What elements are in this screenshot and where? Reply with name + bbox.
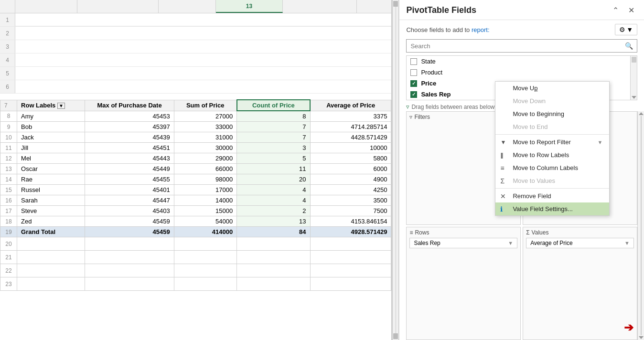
report-link[interactable]: report: (472, 26, 490, 33)
row-label: Grand Total (17, 227, 85, 237)
values-zone-title: Σ Values (526, 229, 634, 236)
row-label: Steve (17, 206, 85, 216)
table-row: 15Russel454011700044250 (0, 185, 391, 195)
panel-header-icons: ⌃ ✕ (610, 5, 637, 16)
values-chip-dropdown-icon[interactable]: ▼ (624, 240, 630, 246)
values-chip-avg-price[interactable]: Average of Price ▼ (526, 238, 634, 248)
row-label: Zed (17, 216, 85, 227)
max-purchase-date: 45453 (85, 111, 174, 122)
col-sum-price[interactable]: Sum of Price (174, 100, 236, 111)
count-price: 5 (237, 153, 310, 164)
table-row: 10Jack454393100074428.571429 (0, 132, 391, 143)
filters-label: Filters (414, 114, 430, 120)
row-number: 9 (0, 122, 17, 132)
count-price: 84 (237, 227, 310, 237)
avg-price: 4250 (310, 185, 391, 195)
drag-area-text: Drag fields between areas below: (411, 104, 496, 110)
row-label: Jill (17, 143, 85, 153)
ctx-move-end-label: Move to End (513, 123, 547, 130)
ctx-remove-field[interactable]: ✕ Remove Field (495, 190, 609, 202)
avg-price: 3375 (310, 111, 391, 122)
table-row: 12Mel454432900055800 (0, 153, 391, 164)
avg-price: 4428.571429 (310, 132, 391, 143)
drag-zone-values: Σ Values Average of Price ▼ (523, 227, 637, 340)
table-row: 13Oscar4544966000116000 (0, 164, 391, 174)
row-number: 19 (0, 227, 17, 237)
col-max-purchase-date[interactable]: Max of Purchase Date (85, 100, 174, 111)
rows-chip-label: Sales Rep (414, 240, 440, 246)
field-checkbox-sales-rep[interactable] (410, 91, 417, 98)
gear-settings-button[interactable]: ⚙ ▼ (615, 24, 637, 35)
count-price: 2 (237, 206, 310, 216)
pivot-fields-panel: PivotTable Fields ⌃ ✕ Choose fields to a… (399, 0, 644, 340)
rows-zone-title: ≡ Rows (409, 229, 517, 236)
filter-zone-icon: ▿ (409, 114, 412, 120)
ctx-values-icon: Σ (500, 177, 504, 185)
row-number: 14 (0, 174, 17, 185)
fields-list-scrollbar[interactable] (630, 56, 637, 100)
field-label-product: Product (421, 69, 442, 76)
field-label-price: Price (421, 80, 436, 87)
max-purchase-date: 45447 (85, 195, 174, 206)
search-input[interactable] (407, 40, 621, 52)
avg-price: 7500 (310, 206, 391, 216)
avg-price: 4714.285714 (310, 122, 391, 132)
ctx-move-up[interactable]: Move Up (495, 82, 609, 95)
max-purchase-date: 45397 (85, 122, 174, 132)
field-checkbox-price[interactable] (410, 80, 417, 87)
ctx-move-down-label: Move Down (513, 97, 546, 105)
spreadsheet-scrollbar[interactable] (392, 0, 399, 340)
max-purchase-date: 45459 (85, 227, 174, 237)
count-price: 7 (237, 122, 310, 132)
close-button[interactable]: ✕ (625, 5, 637, 16)
col-header-11[interactable] (77, 0, 159, 13)
table-row: 9Bob453973300074714.285714 (0, 122, 391, 132)
table-row: 14Rae4545598000204900 (0, 174, 391, 185)
avg-price: 5800 (310, 153, 391, 164)
col-header-10[interactable] (15, 0, 77, 13)
field-item-product[interactable]: Product (407, 67, 637, 78)
ctx-remove-icon: ✕ (500, 192, 506, 200)
empty-row: 23 (0, 277, 391, 291)
avg-price: 4153.846154 (310, 216, 391, 227)
col-header-13[interactable]: 13 (216, 0, 283, 13)
ctx-move-end: Move to End (495, 120, 609, 133)
ctx-move-beginning[interactable]: Move to Beginning (495, 107, 609, 120)
row-number: 10 (0, 132, 17, 143)
sum-price: 27000 (174, 111, 236, 122)
drag-zones-scrollbar[interactable] (637, 111, 644, 340)
count-price: 3 (237, 143, 310, 153)
sum-price: 33000 (174, 122, 236, 132)
ctx-move-down: Move Down (495, 95, 609, 107)
ctx-col-labels-icon: ≡ (500, 164, 504, 172)
row-label: Rae (17, 174, 85, 185)
sum-price: 17000 (174, 185, 236, 195)
row-label: Russel (17, 185, 85, 195)
sum-price: 15000 (174, 206, 236, 216)
minimize-button[interactable]: ⌃ (610, 5, 622, 16)
col-header-14[interactable] (283, 0, 357, 13)
table-row: 17Steve454031500027500 (0, 206, 391, 216)
ctx-move-column-labels[interactable]: ≡ Move to Column Labels (495, 161, 609, 174)
spreadsheet-area: 13 1 2 3 4 5 6 (0, 0, 392, 340)
field-checkbox-state[interactable] (410, 58, 417, 65)
row-num-header-cell: 7 (0, 100, 17, 111)
field-item-state[interactable]: State (407, 56, 637, 67)
ctx-value-field-settings[interactable]: ℹ Value Field Settings... (495, 202, 609, 215)
rows-chip-dropdown-icon[interactable]: ▼ (508, 240, 513, 246)
field-checkbox-product[interactable] (410, 69, 417, 76)
sum-price: 29000 (174, 153, 236, 164)
rows-chip-sales-rep[interactable]: Sales Rep ▼ (409, 238, 517, 248)
row-number: 17 (0, 206, 17, 216)
col-count-price[interactable]: Count of Price (237, 100, 310, 111)
count-price: 7 (237, 132, 310, 143)
max-purchase-date: 45449 (85, 164, 174, 174)
gear-icon: ⚙ (619, 26, 625, 33)
col-row-labels[interactable]: Row Labels ▼ (17, 100, 85, 111)
row-label: Jack (17, 132, 85, 143)
ctx-move-report-filter[interactable]: ▼ Move to Report Filter ▼ (495, 136, 609, 149)
ctx-move-row-labels[interactable]: ||| Move to Row Labels (495, 149, 609, 161)
col-avg-price[interactable]: Average of Price (310, 100, 391, 111)
col-header-12[interactable] (159, 0, 216, 13)
search-icon[interactable]: 🔍 (621, 40, 637, 52)
